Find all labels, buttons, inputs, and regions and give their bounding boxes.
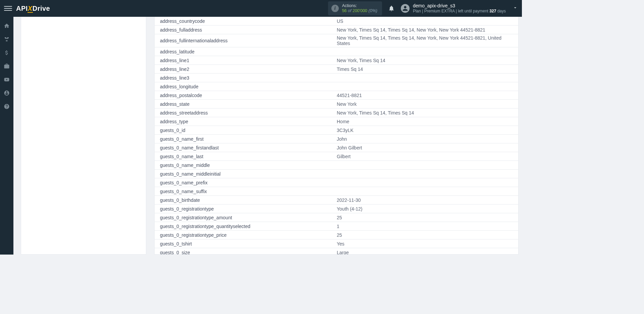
field-key: guests_0_registrationtype bbox=[155, 205, 334, 213]
field-key: address_state bbox=[155, 100, 334, 108]
actions-used: 56 bbox=[342, 8, 347, 13]
table-row: address_line1New York, Times Sq 14 bbox=[155, 56, 518, 65]
table-row: address_stateNew York bbox=[155, 100, 518, 108]
field-value: 2022-11-30 bbox=[334, 196, 518, 204]
table-row: address_fullinternationaladdressNew York… bbox=[155, 34, 518, 47]
nav-video-icon[interactable] bbox=[4, 77, 10, 83]
field-key: guests_0_name_middleinitial bbox=[155, 170, 334, 178]
field-value: Home bbox=[334, 118, 518, 125]
nav-help-icon[interactable] bbox=[4, 103, 10, 109]
actions-text: Actions: 56 of 200'000 (0%) bbox=[342, 3, 377, 13]
app-header: APIXDrive i Actions: 56 of 200'000 (0%) … bbox=[0, 0, 522, 17]
nav-home-icon[interactable] bbox=[4, 23, 10, 29]
plan-days-suffix: days bbox=[496, 9, 506, 13]
actions-values: 56 of 200'000 (0%) bbox=[342, 8, 377, 13]
field-value: New York bbox=[334, 100, 518, 108]
field-value: 25 bbox=[334, 214, 518, 221]
table-row: guests_0_name_prefix bbox=[155, 178, 518, 187]
field-value bbox=[334, 182, 518, 184]
table-row: guests_0_id3C3yLK bbox=[155, 126, 518, 135]
field-key: guests_0_registrationtype_price bbox=[155, 231, 334, 239]
table-row: guests_0_registrationtype_amount25 bbox=[155, 213, 518, 222]
field-key: guests_0_name_prefix bbox=[155, 179, 334, 186]
field-value: 3C3yLK bbox=[334, 127, 518, 134]
field-value: John bbox=[334, 135, 518, 143]
logo-text-x: X bbox=[28, 5, 33, 12]
field-key: guests_0_id bbox=[155, 127, 334, 134]
field-value bbox=[334, 51, 518, 53]
field-key: guests_0_name_suffix bbox=[155, 188, 334, 195]
actions-label: Actions: bbox=[342, 3, 377, 8]
field-value: New York, Times Sq 14, Times Sq 14 bbox=[334, 109, 518, 117]
plan-prefix: Plan | bbox=[413, 9, 424, 13]
field-value: Gilbert bbox=[334, 153, 518, 160]
main-content: address_countrycodeUSaddress_fulladdress… bbox=[13, 17, 522, 255]
field-value: 25 bbox=[334, 231, 518, 239]
user-menu-chevron-icon[interactable] bbox=[513, 5, 518, 12]
logo-text-drive: Drive bbox=[33, 5, 50, 12]
field-value bbox=[334, 164, 518, 166]
logo-text-api: API bbox=[16, 5, 28, 12]
user-info-block[interactable]: demo_apix-drive_s3 Plan | Premium EXTRA … bbox=[413, 3, 506, 13]
field-value: US bbox=[334, 17, 518, 25]
info-icon: i bbox=[331, 5, 339, 12]
field-value: Youth (4-12) bbox=[334, 205, 518, 213]
nav-toolbox-icon[interactable] bbox=[4, 63, 10, 69]
table-row: guests_0_name_suffix bbox=[155, 187, 518, 196]
field-value-table: address_countrycodeUSaddress_fulladdress… bbox=[155, 17, 518, 255]
table-row: guests_0_tshirtYes bbox=[155, 239, 518, 248]
left-panel bbox=[21, 17, 146, 255]
field-value: Large bbox=[334, 249, 518, 255]
field-key: address_streetaddress bbox=[155, 109, 334, 117]
table-row: guests_0_birthdate2022-11-30 bbox=[155, 196, 518, 205]
table-row: address_longitude bbox=[155, 82, 518, 91]
table-row: address_countrycodeUS bbox=[155, 17, 518, 26]
table-row: guests_0_name_middle bbox=[155, 161, 518, 170]
table-row: guests_0_sizeLarge bbox=[155, 248, 518, 255]
field-key: address_type bbox=[155, 118, 334, 125]
field-value: New York, Times Sq 14, Times Sq 14, New … bbox=[334, 26, 518, 34]
field-value bbox=[334, 86, 518, 88]
field-key: address_longitude bbox=[155, 83, 334, 90]
field-key: address_countrycode bbox=[155, 17, 334, 25]
field-value: Yes bbox=[334, 240, 518, 248]
field-key: address_line1 bbox=[155, 57, 334, 64]
nav-billing-icon[interactable] bbox=[4, 50, 10, 56]
plan-name: Premium EXTRA bbox=[424, 9, 455, 13]
plan-mid: | left until payment bbox=[454, 9, 489, 13]
table-row: address_latitude bbox=[155, 47, 518, 56]
field-key: guests_0_size bbox=[155, 249, 334, 255]
actions-pct: (0%) bbox=[367, 8, 377, 13]
field-value: New York, Times Sq 14, Times Sq 14, New … bbox=[334, 34, 518, 47]
table-row: address_streetaddressNew York, Times Sq … bbox=[155, 108, 518, 117]
notifications-bell-icon[interactable] bbox=[388, 5, 395, 12]
user-avatar-icon[interactable] bbox=[401, 4, 410, 13]
field-key: guests_0_birthdate bbox=[155, 196, 334, 204]
right-panel: address_countrycodeUSaddress_fulladdress… bbox=[154, 17, 519, 255]
field-key: address_line2 bbox=[155, 65, 334, 73]
actions-total: 200'000 bbox=[353, 8, 367, 13]
field-key: address_postalcode bbox=[155, 92, 334, 99]
field-value bbox=[334, 173, 518, 175]
field-key: address_latitude bbox=[155, 48, 334, 55]
field-key: address_fullinternationaladdress bbox=[155, 37, 334, 44]
table-row: address_fulladdressNew York, Times Sq 14… bbox=[155, 26, 518, 34]
table-row: guests_0_registrationtypeYouth (4-12) bbox=[155, 205, 518, 213]
nav-account-icon[interactable] bbox=[4, 90, 10, 96]
side-nav bbox=[0, 17, 13, 255]
field-key: guests_0_registrationtype_amount bbox=[155, 214, 334, 221]
actions-counter-box[interactable]: i Actions: 56 of 200'000 (0%) bbox=[328, 1, 382, 15]
field-key: guests_0_registrationtype_quantityselect… bbox=[155, 223, 334, 230]
plan-days-number: 327 bbox=[489, 9, 496, 13]
nav-connections-icon[interactable] bbox=[4, 36, 10, 42]
table-row: address_postalcode44521-8821 bbox=[155, 91, 518, 100]
table-row: address_line2Times Sq 14 bbox=[155, 65, 518, 74]
hamburger-menu-button[interactable] bbox=[4, 4, 12, 12]
table-row: guests_0_registrationtype_price25 bbox=[155, 231, 518, 239]
user-name: demo_apix-drive_s3 bbox=[413, 3, 506, 9]
field-key: address_line3 bbox=[155, 74, 334, 82]
brand-logo[interactable]: APIXDrive bbox=[16, 5, 50, 12]
field-value: 1 bbox=[334, 223, 518, 230]
field-value bbox=[334, 77, 518, 79]
field-value: John Gilbert bbox=[334, 144, 518, 151]
